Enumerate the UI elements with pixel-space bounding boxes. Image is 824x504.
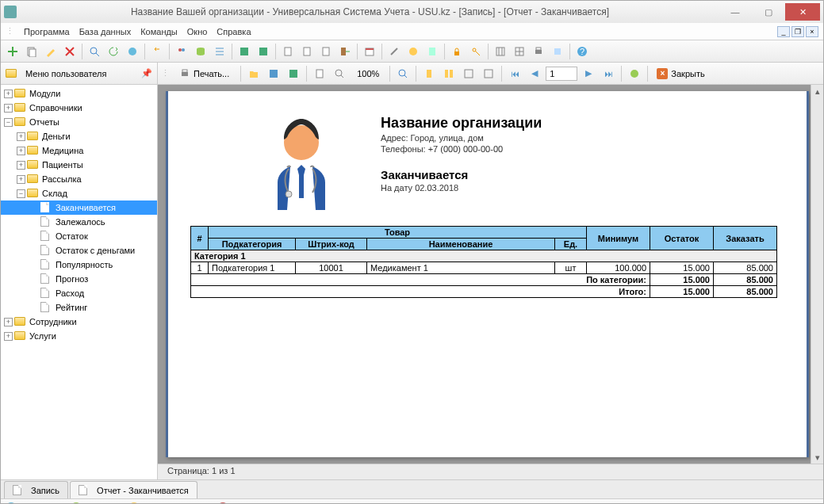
menu-database[interactable]: База данных [79, 27, 132, 36]
tree-expense[interactable]: Расход [1, 286, 157, 300]
svg-point-39 [630, 70, 638, 78]
lock-icon[interactable] [448, 43, 466, 60]
vertical-scrollbar[interactable]: ▴ ▾ [811, 85, 823, 464]
settings-icon[interactable] [626, 65, 643, 82]
tree-popularity[interactable]: Популярность [1, 258, 157, 272]
layout3-icon[interactable] [460, 65, 477, 82]
print-button[interactable]: Печать... [172, 65, 236, 82]
undo-icon[interactable] [148, 43, 166, 60]
edit-icon[interactable] [42, 43, 59, 60]
zoom-page-icon[interactable] [311, 65, 328, 82]
save-icon[interactable] [265, 65, 282, 82]
tree-balance[interactable]: Остаток [1, 229, 157, 243]
tree-stale[interactable]: Залежалось [1, 215, 157, 229]
tree-ending[interactable]: Заканчивается [1, 200, 157, 215]
users-icon[interactable] [173, 43, 190, 60]
svg-rect-17 [429, 48, 435, 55]
zoom-in-icon[interactable] [331, 65, 348, 82]
excel-import-icon[interactable] [236, 43, 253, 60]
globe-icon[interactable] [124, 43, 141, 60]
tree-money[interactable]: +Деньги [1, 129, 157, 143]
tab-record[interactable]: Запись [4, 481, 68, 498]
palette-icon[interactable] [404, 43, 422, 60]
delete-icon[interactable] [61, 43, 79, 60]
tree-reports[interactable]: −Отчеты [1, 115, 157, 129]
pin-icon[interactable]: 📌 [141, 68, 152, 78]
mdi-close-button[interactable]: × [806, 26, 818, 37]
menu-help[interactable]: Справка [217, 27, 251, 36]
tree-forecast[interactable]: Прогноз [1, 272, 157, 286]
zoom-value[interactable]: 100% [351, 69, 385, 78]
note-icon[interactable] [423, 43, 441, 60]
tree-employees[interactable]: +Сотрудники [1, 315, 157, 329]
tools-icon[interactable] [385, 43, 403, 60]
tree-services[interactable]: +Услуги [1, 329, 157, 343]
tree-rating[interactable]: Рейтинг [1, 300, 157, 315]
doc1-icon[interactable] [279, 43, 297, 60]
tree-modules[interactable]: +Модули [1, 86, 157, 101]
find-icon[interactable] [394, 65, 412, 82]
key-icon[interactable] [467, 43, 485, 60]
tree-mailing[interactable]: +Рассылка [1, 172, 157, 186]
export-excel-icon[interactable] [285, 65, 302, 82]
svg-point-16 [409, 48, 417, 55]
layout2-icon[interactable] [440, 65, 458, 82]
database-icon[interactable] [192, 43, 209, 60]
menubar: ⋮ Программа База данных Команды Окно Спр… [1, 23, 823, 40]
tab-report[interactable]: Отчет - Заканчивается [70, 481, 197, 498]
exit-icon[interactable] [336, 43, 354, 60]
sidebar-header: Меню пользователя 📌 [1, 63, 157, 85]
svg-rect-22 [535, 50, 542, 54]
close-x-icon: × [657, 68, 668, 79]
close-button[interactable]: ✕ [785, 3, 820, 21]
last-page-icon[interactable]: ⏭ [600, 65, 617, 82]
minimize-button[interactable]: — [719, 3, 752, 21]
doc3-icon[interactable] [317, 43, 335, 60]
help-icon[interactable]: ? [573, 43, 591, 60]
maximize-button[interactable]: ▢ [752, 3, 785, 21]
tree-patients[interactable]: +Пациенты [1, 158, 157, 172]
prev-page-icon[interactable]: ◀ [526, 65, 543, 82]
report-table: # Товар Минимум Остаток Заказать Подкате… [190, 226, 777, 298]
svg-rect-24 [554, 48, 561, 55]
next-page-icon[interactable]: ▶ [580, 65, 597, 82]
list-icon[interactable] [211, 43, 228, 60]
file-icon [13, 485, 25, 496]
grid-icon[interactable] [511, 43, 528, 60]
open-icon[interactable] [245, 65, 263, 82]
menu-program[interactable]: Программа [24, 27, 70, 36]
svg-point-33 [399, 70, 405, 76]
tree[interactable]: +Модули +Справочники −Отчеты +Деньги +Ме… [1, 85, 157, 479]
layout4-icon[interactable] [480, 65, 497, 82]
doc2-icon[interactable] [298, 43, 316, 60]
add-icon[interactable] [4, 43, 21, 60]
tree-balance-money[interactable]: Остаток с деньгами [1, 243, 157, 258]
close-report-button[interactable]: × Закрыть [652, 65, 709, 82]
tree-warehouse[interactable]: −Склад [1, 186, 157, 200]
svg-point-3 [90, 48, 97, 54]
scroll-down-icon[interactable]: ▾ [811, 451, 823, 464]
mdi-restore-button[interactable]: ❐ [791, 26, 804, 37]
mdi-minimize-button[interactable]: _ [777, 26, 790, 37]
tree-references[interactable]: +Справочники [1, 101, 157, 115]
svg-text:?: ? [580, 47, 584, 56]
calendar-icon[interactable] [361, 43, 378, 60]
preview-icon[interactable] [549, 43, 566, 60]
report-viewport[interactable]: Название организации Адрес: Город, улица… [158, 85, 823, 479]
menu-window[interactable]: Окно [187, 27, 208, 36]
columns-icon[interactable] [492, 43, 509, 60]
copy-icon[interactable] [23, 43, 40, 60]
excel-export-icon[interactable] [255, 43, 272, 60]
col-product: Товар [209, 227, 587, 239]
page-number-input[interactable] [546, 67, 577, 81]
print-icon[interactable] [530, 43, 547, 60]
scroll-up-icon[interactable]: ▴ [811, 85, 823, 97]
svg-point-5 [178, 48, 182, 52]
grip-icon: ⋮ [6, 26, 14, 36]
menu-commands[interactable]: Команды [140, 27, 178, 36]
tree-medicine[interactable]: +Медицина [1, 143, 157, 158]
refresh-icon[interactable] [105, 43, 122, 60]
first-page-icon[interactable]: ⏮ [506, 65, 523, 82]
search-icon[interactable] [86, 43, 103, 60]
layout1-icon[interactable] [420, 65, 438, 82]
